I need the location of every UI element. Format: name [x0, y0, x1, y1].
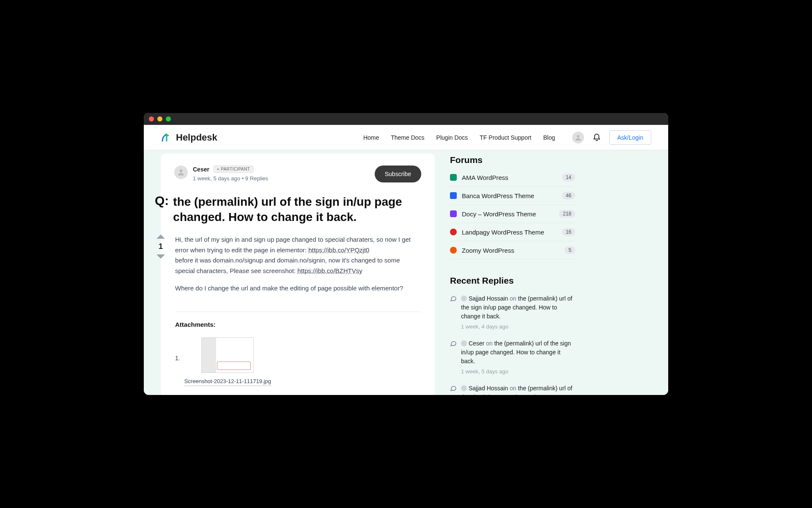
- viewport: Helpdesk Home Theme Docs Plugin Docs TF …: [144, 125, 668, 395]
- forum-icon: [450, 229, 457, 235]
- reply-body-wrap: Sajjad Hossain on the (permalink) url of…: [461, 294, 575, 330]
- forum-icon: [450, 210, 457, 217]
- author-avatar[interactable]: [174, 166, 188, 179]
- chat-icon: [450, 385, 457, 392]
- post-meta: 1 week, 5 days ago • 9 Replies: [193, 175, 268, 182]
- navbar: Helpdesk Home Theme Docs Plugin Docs TF …: [144, 125, 668, 150]
- attachment-item: 1. Screenshot-2023-12-11-111719.jpg: [175, 337, 421, 386]
- reply-timestamp: 1 week, 5 days ago: [461, 368, 575, 375]
- forums-heading: Forums: [450, 155, 575, 165]
- author-meta: Ceser PARTICIPANT 1 week, 5 days ago • 9…: [193, 166, 268, 182]
- forum-icon: [450, 174, 457, 181]
- forum-count-badge: 5: [565, 246, 575, 254]
- author-top: Ceser PARTICIPANT: [193, 166, 268, 173]
- author-name[interactable]: Ceser: [193, 166, 209, 173]
- forum-item[interactable]: Landpagy WordPress Theme 16: [450, 223, 575, 241]
- reply-item[interactable]: Sajjad Hossain on the (permalink) url of…: [450, 384, 575, 395]
- reply-author: Ceser: [469, 340, 484, 347]
- chat-icon: [450, 295, 457, 302]
- forum-name: Banca WordPress Theme: [462, 192, 557, 199]
- page-content: Ceser PARTICIPANT 1 week, 5 days ago • 9…: [144, 150, 668, 395]
- body-text-1: Hi, the url of my sign in and sign up pa…: [175, 236, 411, 254]
- logo-icon: [161, 132, 173, 144]
- reply-body-wrap: Sajjad Hossain on the (permalink) url of…: [461, 384, 575, 395]
- forum-item[interactable]: Docy – WordPress Theme 218: [450, 205, 575, 223]
- subscribe-button[interactable]: Subscribe: [375, 166, 421, 182]
- reply-item[interactable]: Sajjad Hossain on the (permalink) url of…: [450, 294, 575, 330]
- reply-list: Sajjad Hossain on the (permalink) url of…: [450, 294, 575, 395]
- brand-name: Helpdesk: [176, 132, 217, 143]
- reply-author-avatar: [461, 295, 467, 301]
- author-row: Ceser PARTICIPANT 1 week, 5 days ago • 9…: [174, 166, 268, 182]
- author-role-badge: PARTICIPANT: [214, 166, 253, 173]
- forum-count-badge: 16: [562, 228, 575, 236]
- downvote-button[interactable]: [156, 254, 165, 259]
- recent-replies-section: Recent Replies Sajjad Hossain on the (pe…: [450, 276, 575, 395]
- nav-link-plugin-docs[interactable]: Plugin Docs: [436, 134, 468, 141]
- forum-item[interactable]: AMA WordPress 14: [450, 174, 575, 187]
- reply-body-wrap: Ceser on the (permalink) url of the sign…: [461, 339, 575, 375]
- sidebar: Forums AMA WordPress 14 Banca WordPress …: [450, 154, 575, 395]
- forum-item[interactable]: Zoomy WordPress 5: [450, 241, 575, 260]
- user-avatar-icon[interactable]: [572, 132, 584, 144]
- ask-login-button[interactable]: Ask/Login: [609, 130, 651, 145]
- post-body: Hi, the url of my sign in and sign up pa…: [175, 235, 421, 386]
- app-window: Helpdesk Home Theme Docs Plugin Docs TF …: [144, 113, 668, 395]
- post-timestamp: 1 week, 5 days ago: [193, 175, 240, 182]
- svg-point-1: [180, 169, 183, 172]
- attachment-block[interactable]: Screenshot-2023-12-11-111719.jpg: [184, 337, 271, 386]
- post-header: Ceser PARTICIPANT 1 week, 5 days ago • 9…: [174, 166, 421, 182]
- body-link-1[interactable]: https://ibb.co/YPQzjt0: [308, 246, 369, 254]
- question-prefix: Q:: [155, 194, 169, 207]
- title-row: Q: the (permalink) url of the sign in/up…: [174, 194, 421, 225]
- forum-count-badge: 218: [559, 210, 575, 218]
- forum-name: Docy – WordPress Theme: [462, 210, 554, 218]
- reply-author: Sajjad Hossain: [469, 385, 508, 392]
- reply-timestamp: 1 week, 4 days ago: [461, 323, 575, 330]
- vote-column: 1: [154, 235, 167, 386]
- reply-author-avatar: [461, 340, 467, 346]
- body-text-3: Where do I change the url and make the e…: [175, 283, 421, 294]
- nav-link-product-support[interactable]: TF Product Support: [480, 134, 531, 141]
- nav-link-theme-docs[interactable]: Theme Docs: [391, 134, 424, 141]
- forum-name: AMA WordPress: [462, 174, 557, 181]
- nav-right: Ask/Login: [572, 130, 651, 145]
- window-controls: [149, 116, 171, 121]
- forum-item[interactable]: Banca WordPress Theme 46: [450, 187, 575, 205]
- attachments-section: Attachments: 1. Screenshot-2023-12-11-11…: [175, 312, 421, 386]
- body-link-2[interactable]: https://ibb.co/BZHTVsy: [297, 267, 362, 274]
- reply-on: on: [484, 340, 494, 347]
- forum-icon: [450, 192, 457, 199]
- notifications-icon[interactable]: [593, 133, 601, 142]
- svg-point-0: [577, 135, 579, 138]
- post-replies-count[interactable]: 9 Replies: [245, 175, 268, 182]
- nav-link-home[interactable]: Home: [363, 134, 379, 141]
- forum-name: Landpagy WordPress Theme: [462, 229, 557, 236]
- reply-author: Sajjad Hossain: [469, 295, 508, 302]
- recent-replies-heading: Recent Replies: [450, 276, 575, 286]
- forum-icon: [450, 247, 457, 254]
- minimize-window-button[interactable]: [157, 116, 162, 121]
- forum-list: AMA WordPress 14 Banca WordPress Theme 4…: [450, 174, 575, 260]
- body-text-2: before it was domain.no/signup and domai…: [175, 257, 400, 274]
- forum-count-badge: 14: [562, 174, 575, 181]
- chat-icon: [450, 340, 457, 347]
- attachment-index: 1.: [175, 353, 180, 363]
- window-titlebar: [144, 113, 668, 125]
- brand-logo[interactable]: Helpdesk: [161, 132, 217, 144]
- attachment-thumbnail[interactable]: [201, 337, 254, 373]
- post-title: the (permalink) url of the sign in/up pa…: [173, 194, 421, 225]
- main-column: Ceser PARTICIPANT 1 week, 5 days ago • 9…: [161, 154, 435, 395]
- attachment-filename[interactable]: Screenshot-2023-12-11-111719.jpg: [184, 377, 271, 386]
- forum-name: Zoomy WordPress: [462, 247, 560, 254]
- forums-section: Forums AMA WordPress 14 Banca WordPress …: [450, 155, 575, 260]
- attachments-heading: Attachments:: [175, 320, 421, 330]
- forum-count-badge: 46: [562, 192, 575, 199]
- maximize-window-button[interactable]: [166, 116, 171, 121]
- nav-link-blog[interactable]: Blog: [543, 134, 555, 141]
- reply-on: on: [508, 295, 518, 302]
- close-window-button[interactable]: [149, 116, 154, 121]
- upvote-button[interactable]: [156, 235, 165, 239]
- reply-item[interactable]: Ceser on the (permalink) url of the sign…: [450, 339, 575, 375]
- nav-links: Home Theme Docs Plugin Docs TF Product S…: [363, 134, 555, 141]
